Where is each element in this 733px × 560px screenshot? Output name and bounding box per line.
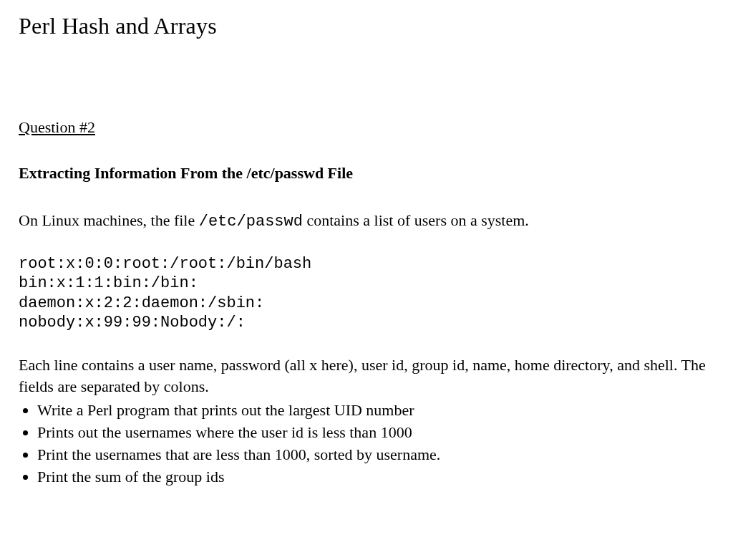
document-page: Perl Hash and Arrays Question #2 Extract…: [0, 0, 733, 488]
question-label: Question #2: [19, 118, 714, 137]
explanation-text: Each line contains a user name, password…: [19, 354, 714, 399]
intro-text-post: contains a list of users on a system.: [303, 211, 529, 229]
intro-text-pre: On Linux machines, the file: [19, 211, 199, 229]
list-item: Write a Perl program that prints out the…: [37, 400, 714, 422]
intro-paragraph: On Linux machines, the file /etc/passwd …: [19, 210, 714, 233]
list-item: Print the sum of the group ids: [37, 466, 714, 488]
page-title: Perl Hash and Arrays: [19, 13, 714, 39]
list-item: Prints out the usernames where the user …: [37, 422, 714, 444]
list-item: Print the usernames that are less than 1…: [37, 444, 714, 466]
task-list: Write a Perl program that prints out the…: [19, 400, 714, 488]
section-heading: Extracting Information From the /etc/pas…: [19, 164, 714, 183]
code-block: root:x:0:0:root:/root:/bin/bash bin:x:1:…: [19, 254, 714, 333]
inline-code: /etc/passwd: [199, 213, 303, 231]
